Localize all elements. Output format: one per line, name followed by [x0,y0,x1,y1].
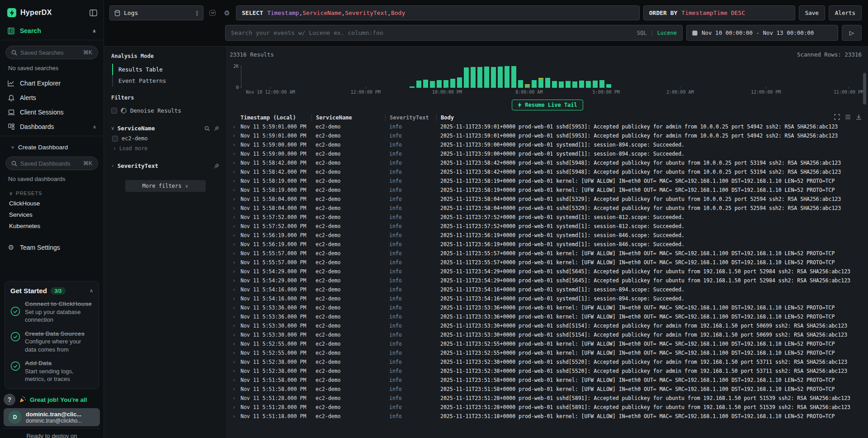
row-expand-icon[interactable]: › [227,160,241,166]
table-row[interactable]: ›Nov 11 5:53:36.000 PMec2-demoinfo2025-1… [227,312,868,321]
sidebar-item-alerts[interactable]: Alerts [0,90,104,105]
row-expand-icon[interactable]: › [227,268,241,275]
table-row[interactable]: ›Nov 11 5:55:57.000 PMec2-demoinfo2025-1… [227,249,868,258]
col-header-servicename[interactable]: ServiceName [311,114,385,121]
table-row[interactable]: ›Nov 11 5:58:19.000 PMec2-demoinfo2025-1… [227,176,868,186]
histogram-bar[interactable] [518,80,523,88]
more-filters-button[interactable]: More filters ∨ [125,180,206,192]
sql-toggle[interactable]: SQL [637,30,647,36]
histogram-bar[interactable] [552,81,557,88]
histogram-bar[interactable] [599,80,604,88]
histogram-bar[interactable] [484,67,489,88]
histogram-bar[interactable] [606,84,611,88]
run-query-button[interactable]: ▷ [842,25,862,41]
table-row[interactable]: ›Nov 11 5:58:42.000 PMec2-demoinfo2025-1… [227,167,868,176]
histogram-bar[interactable] [545,78,550,88]
row-expand-icon[interactable]: › [227,232,241,238]
search-icon[interactable] [204,126,210,131]
sidebar-item-team-settings[interactable]: ⚙ Team Settings [0,240,104,255]
histogram-bar[interactable] [410,86,415,88]
table-row[interactable]: ›Nov 11 5:51:58.000 PMec2-demoinfo2025-1… [227,376,868,385]
table-row[interactable]: ›Nov 11 5:54:29.000 PMec2-demoinfo2025-1… [227,276,868,285]
row-expand-icon[interactable]: › [227,332,241,338]
save-button[interactable]: Save [799,5,825,20]
saved-searches-input[interactable]: ⌘K [5,46,98,59]
row-expand-icon[interactable]: › [227,223,241,229]
sidebar-item-dashboards[interactable]: Dashboards ∧ [0,119,104,134]
table-row[interactable]: ›Nov 11 5:56:19.000 PMec2-demoinfo2025-1… [227,231,868,240]
preset-kubernetes[interactable]: Kubernetes [0,220,104,232]
row-expand-icon[interactable]: › [227,395,241,401]
histogram-bar[interactable] [477,67,482,88]
table-row[interactable]: ›Nov 11 5:54:29.000 PMec2-demoinfo2025-1… [227,267,868,276]
event-search-input[interactable] [231,29,632,36]
sidebar-item-client-sessions[interactable]: Client Sessions [0,105,104,119]
table-row[interactable]: ›Nov 11 5:51:28.000 PMec2-demoinfo2025-1… [227,394,868,403]
results-histogram[interactable]: 2K 0 Nov 10 12:00:00 AM12:00:00 PM10:00:… [230,62,863,95]
filter-option-ec2-demo[interactable]: ec2-demo [111,133,219,143]
saved-searches-field[interactable] [20,49,80,56]
checkbox[interactable] [112,136,118,142]
pin-icon[interactable] [214,163,219,169]
event-search-bar[interactable]: SQL | Lucene [225,25,683,41]
vertical-scrollbar[interactable] [863,73,866,105]
histogram-bar[interactable] [443,80,448,88]
load-more-button[interactable]: › Load more [111,143,219,153]
histogram-bar[interactable] [464,67,469,88]
histogram-bar[interactable] [450,79,455,88]
row-expand-icon[interactable]: › [227,359,241,365]
table-row[interactable]: ›Nov 11 5:58:19.000 PMec2-demoinfo2025-1… [227,186,868,195]
histogram-bar[interactable] [430,81,435,88]
histogram-bar[interactable] [491,67,496,88]
histogram-bar[interactable] [559,81,564,88]
checkbox[interactable] [111,108,117,114]
pin-icon[interactable] [214,126,219,131]
table-row[interactable]: ›Nov 11 5:52:38.000 PMec2-demoinfo2025-1… [227,357,868,367]
select-clause-input[interactable]: SELECT Timestamp,ServiceName,SeverityTex… [236,5,640,20]
histogram-bar[interactable] [538,78,543,88]
row-expand-icon[interactable]: › [227,205,241,211]
row-expand-icon[interactable]: › [227,133,241,139]
table-row[interactable]: ›Nov 11 5:57:52.000 PMec2-demoinfo2025-1… [227,213,868,222]
denoise-results-toggle[interactable]: Denoise Results [111,105,219,116]
gear-icon[interactable]: ⚙ [222,8,232,19]
resume-live-tail-button[interactable]: Resume Live Tail [512,100,583,110]
table-row[interactable]: ›Nov 11 5:59:00.000 PMec2-demoinfo2025-1… [227,140,868,149]
col-header-body[interactable]: Body [436,114,868,121]
histogram-bar[interactable] [457,77,462,88]
col-header-timestamp[interactable]: Timestamp (Local) [241,114,311,121]
date-range-picker[interactable]: Nov 10 00:00:00 - Nov 13 00:00:00 [686,25,838,41]
table-row[interactable]: ›Nov 11 5:57:52.000 PMec2-demoinfo2025-1… [227,222,868,231]
preset-clickhouse[interactable]: ClickHouse [0,198,104,209]
table-row[interactable]: ›Nov 11 5:58:42.000 PMec2-demoinfo2025-1… [227,158,868,167]
histogram-bar[interactable] [505,66,509,88]
download-icon[interactable] [856,114,862,120]
table-row[interactable]: ›Nov 11 5:51:58.000 PMec2-demoinfo2025-1… [227,385,868,394]
table-row[interactable]: ›Nov 11 5:52:55.000 PMec2-demoinfo2025-1… [227,348,868,357]
row-expand-icon[interactable]: › [227,277,241,284]
histogram-bar[interactable] [416,81,421,88]
orderby-input[interactable]: ORDER BY TimestampTime DESC [643,5,795,20]
table-row[interactable]: ›Nov 11 5:59:01.000 PMec2-demoinfo2025-1… [227,122,868,131]
table-row[interactable]: ›Nov 11 5:58:04.000 PMec2-demoinfo2025-1… [227,195,868,204]
sidebar-item-search[interactable]: Search ∧ [0,24,104,38]
get-started-item[interactable]: Add Data Start sending logs, metrics, or… [10,359,93,383]
row-expand-icon[interactable]: › [227,151,241,157]
table-row[interactable]: ›Nov 11 5:52:55.000 PMec2-demoinfo2025-1… [227,339,868,348]
create-dashboard-button[interactable]: + Create Dashboard [0,140,104,155]
histogram-bar[interactable] [566,81,571,88]
row-expand-icon[interactable]: › [227,178,241,184]
get-started-item[interactable]: Connect to ClickHouse Set up your databa… [10,300,93,324]
row-expand-icon[interactable]: › [227,341,241,347]
table-row[interactable]: ›Nov 11 5:53:30.000 PMec2-demoinfo2025-1… [227,330,868,339]
row-expand-icon[interactable]: › [227,314,241,320]
table-row[interactable]: ›Nov 11 5:53:30.000 PMec2-demoinfo2025-1… [227,321,868,330]
histogram-bar[interactable] [572,81,577,88]
histogram-bar[interactable] [532,80,537,88]
sidebar-item-chart-explorer[interactable]: Chart Explorer [0,76,104,90]
histogram-bar[interactable] [471,67,476,88]
row-expand-icon[interactable]: › [227,413,241,419]
row-expand-icon[interactable]: › [227,124,241,130]
user-menu[interactable]: D dominic.tran@clic... dominic.tran@clic… [4,408,100,426]
table-row[interactable]: ›Nov 11 5:53:36.000 PMec2-demoinfo2025-1… [227,303,868,312]
